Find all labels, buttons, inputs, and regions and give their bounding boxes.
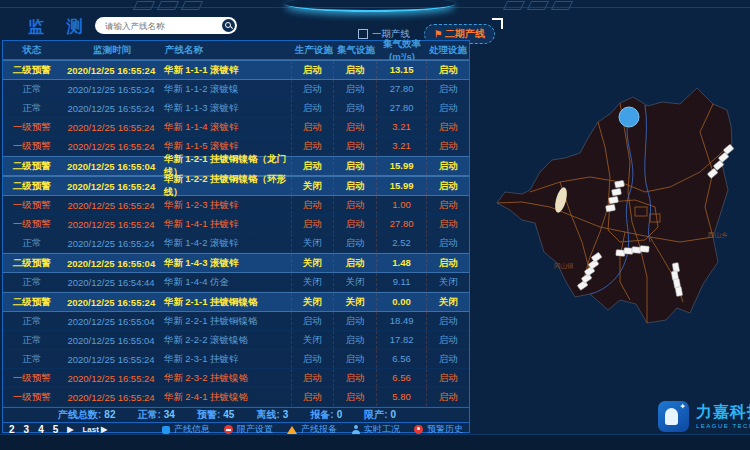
cell-production-facility: 关闭 [291,273,334,291]
summary-item: 报备:0 [310,408,342,422]
cell-gas-collection-facility: 启动 [333,331,376,349]
table-row[interactable]: 一级预警 2020/12/25 16:55:24 华新 1-1-4 滚镀锌 启动… [3,118,469,137]
table-row[interactable]: 一级预警 2020/12/25 16:55:24 华新 2-4-1 挂镀镍铬 启… [3,388,469,407]
cell-treatment-facility: 启动 [426,118,469,136]
summary-item: 限产:0 [364,408,396,422]
cell-gas-collection-facility: 启动 [333,196,376,214]
warning-triangle-icon [287,426,297,434]
cell-production-facility: 启动 [291,157,334,175]
cell-gas-efficiency: 27.80 [376,215,427,233]
last-page-button[interactable]: Last ▶ [82,425,107,434]
logo-icon [658,401,689,432]
cell-time: 2020/12/25 16:55:24 [61,103,162,114]
cell-gas-collection-facility: 启动 [333,177,376,195]
table-row[interactable]: 二级预警 2020/12/25 16:55:24 华新 1-2-2 挂镀铜镍铬（… [3,176,469,196]
ban-circle-icon [224,425,233,434]
summary-label: 报备: [310,409,333,420]
cell-gas-collection-facility: 启动 [333,350,376,368]
flag-icon: ⚑ [434,29,442,39]
summary-value: 3 [283,409,289,420]
cell-time: 2020/12/25 16:54:44 [61,277,162,288]
summary-label: 产线总数: [58,409,101,420]
table-row[interactable]: 正常 2020/12/25 16:55:04 华新 2-2-2 滚镀镍铬 关闭 … [3,331,469,350]
table-row[interactable]: 正常 2020/12/25 16:55:04 华新 2-2-1 挂镀铜镍铬 启动… [3,312,469,331]
cell-gas-efficiency: 5.80 [376,388,427,406]
cell-treatment-facility: 启动 [426,137,469,155]
cell-production-facility: 启动 [291,137,334,155]
summary-value: 34 [164,409,175,420]
search-input[interactable] [103,20,222,32]
cell-gas-collection-facility: 启动 [333,61,376,79]
cell-treatment-facility: 启动 [426,312,469,330]
cell-line-name: 华新 1-4-4 仿金 [162,276,291,289]
cell-treatment-facility: 启动 [426,331,469,349]
col-time: 监测时间 [61,44,163,57]
cell-gas-efficiency: 2.52 [376,234,427,252]
cell-status: 一级预警 [3,218,61,231]
cell-time: 2020/12/25 16:55:24 [61,219,162,230]
cell-gas-collection-facility: 启动 [333,369,376,387]
summary-label: 离线: [256,409,279,420]
cell-treatment-facility: 启动 [426,234,469,252]
search-icon[interactable] [222,19,235,32]
table-row[interactable]: 二级预警 2020/12/25 16:55:24 华新 1-1-1 滚镀锌 启动… [3,60,469,80]
cell-gas-efficiency: 3.21 [376,118,427,136]
cell-gas-efficiency: 27.80 [376,99,427,117]
next-page-button[interactable]: ▶ [67,425,73,434]
cell-line-name: 华新 1-1-1 滚镀锌 [162,64,291,77]
col-production-facility: 生产设施 [293,44,335,57]
table-row[interactable]: 正常 2020/12/25 16:55:24 华新 2-3-1 挂镀锌 启动 启… [3,350,469,369]
cell-status: 正常 [3,83,61,96]
cell-gas-efficiency: 18.49 [376,312,427,330]
cell-treatment-facility: 启动 [426,177,469,195]
cell-treatment-facility: 关闭 [426,293,469,311]
cell-status: 正常 [3,315,61,328]
table-row[interactable]: 正常 2020/12/25 16:55:24 华新 1-4-2 滚镀锌 关闭 启… [3,234,469,253]
cell-time: 2020/12/25 16:55:04 [61,316,162,327]
cell-production-facility: 启动 [291,369,334,387]
cell-status: 一级预警 [3,372,61,385]
summary-item: 正常:34 [137,408,174,422]
cell-time: 2020/12/25 16:55:24 [61,141,162,152]
cell-production-facility: 关闭 [291,254,334,272]
summary-item: 产线总数:82 [58,408,115,422]
cell-gas-efficiency: 0.00 [376,293,427,311]
cell-gas-collection-facility: 启动 [333,312,376,330]
summary-value: 0 [337,409,343,420]
cell-gas-collection-facility: 关闭 [333,293,376,311]
cell-gas-collection-facility: 启动 [333,137,376,155]
table-row[interactable]: 二级预警 2020/12/25 16:55:24 华新 2-1-1 挂镀铜镍铬 … [3,292,469,312]
cell-time: 2020/12/25 16:55:24 [61,297,162,308]
page-title: 监 测 [28,17,91,38]
cell-time: 2020/12/25 16:55:04 [61,335,162,346]
cell-time: 2020/12/25 16:55:24 [61,200,162,211]
cell-line-name: 华新 2-3-2 挂镀镍铬 [162,372,291,385]
district-map[interactable]: 西山乡 同山镇 [470,42,750,400]
cell-line-name: 华新 1-2-3 挂镀锌 [162,199,291,212]
table-row[interactable]: 正常 2020/12/25 16:55:24 华新 1-1-2 滚镀镍 启动 启… [3,80,469,99]
cell-status: 二级预警 [3,296,61,309]
cell-treatment-facility: 启动 [426,388,469,406]
table-header-row: 状态 监测时间 产线名称 生产设施 集气设施 集气效率(m³/s) 处理设施 [3,41,469,60]
cluster-bubble-marker[interactable] [619,107,639,127]
cell-time: 2020/12/25 16:55:24 [61,181,162,192]
summary-label: 正常: [137,409,160,420]
alarm-history-icon [414,425,423,434]
cell-line-name: 华新 2-3-1 挂镀锌 [162,353,291,366]
cell-status: 一级预警 [3,121,61,134]
table-row[interactable]: 正常 2020/12/25 16:55:24 华新 1-1-3 滚镀锌 启动 启… [3,99,469,118]
table-row[interactable]: 一级预警 2020/12/25 16:55:24 华新 2-3-2 挂镀镍铬 启… [3,369,469,388]
table-row[interactable]: 一级预警 2020/12/25 16:55:24 华新 1-2-3 挂镀锌 启动… [3,196,469,215]
cell-time: 2020/12/25 16:55:04 [61,258,162,269]
table-row[interactable]: 一级预警 2020/12/25 16:55:24 华新 1-4-1 挂镀锌 启动… [3,215,469,234]
cell-line-name: 华新 1-4-2 滚镀锌 [162,237,291,250]
cell-treatment-facility: 关闭 [426,273,469,291]
cell-time: 2020/12/25 16:55:24 [61,122,162,133]
summary-item: 离线:3 [256,408,288,422]
cell-line-name: 华新 1-2-2 挂镀铜镍铬（环形线） [162,173,291,199]
table-row[interactable]: 正常 2020/12/25 16:54:44 华新 1-4-4 仿金 关闭 关闭… [3,273,469,292]
table-row[interactable]: 二级预警 2020/12/25 16:55:04 华新 1-4-3 滚镀锌 关闭… [3,253,469,273]
cell-gas-collection-facility: 启动 [333,99,376,117]
cell-gas-collection-facility: 启动 [333,254,376,272]
cell-time: 2020/12/25 16:55:24 [61,373,162,384]
